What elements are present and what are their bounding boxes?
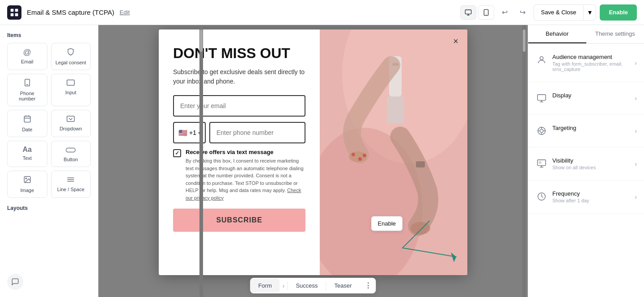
tab-teaser[interactable]: Teaser xyxy=(326,279,360,293)
consent-text-area: Receive offers via text message By check… xyxy=(186,149,305,201)
mobile-view-btn[interactable] xyxy=(478,5,494,20)
sidebar-item-button[interactable]: Button xyxy=(51,141,91,167)
sidebar-item-image[interactable]: Image xyxy=(7,171,47,198)
email-label: Email xyxy=(21,59,34,64)
sidebar-item-line-space[interactable]: Line / Space xyxy=(51,171,91,198)
text-icon: Aa xyxy=(23,146,32,154)
tab-success[interactable]: Success xyxy=(288,279,326,293)
save-close-button[interactable]: Save & Close xyxy=(534,4,584,21)
tab-more-btn[interactable]: ⋮ xyxy=(360,278,376,293)
main-layout: Items @ Email Legal consent Phone number xyxy=(0,25,644,297)
line-space-icon xyxy=(67,176,75,185)
frequency-section: Frequency Show after 1 day › xyxy=(528,180,644,213)
visibility-title: Visibility xyxy=(552,157,630,164)
save-close-dropdown[interactable]: ▾ xyxy=(584,4,596,21)
modal-headline: DON'T MISS OUT xyxy=(173,46,305,61)
svg-rect-4 xyxy=(465,10,471,14)
frequency-icon xyxy=(535,190,548,203)
layouts-section-title: Layouts xyxy=(7,205,91,211)
consent-row: ✓ Receive offers via text message By che… xyxy=(173,149,305,201)
input-label: Input xyxy=(65,90,76,95)
sidebar-item-dropdown[interactable]: Dropdown xyxy=(51,110,91,137)
svg-point-34 xyxy=(363,154,366,157)
sidebar-item-text[interactable]: Aa Text xyxy=(7,141,47,167)
undo-btn[interactable]: ↩ xyxy=(498,5,512,20)
targeting-content: Targeting xyxy=(552,125,630,131)
audience-content: Audience management Tag with form_subscr… xyxy=(552,54,630,72)
tab-form[interactable]: Form xyxy=(250,279,280,293)
frequency-row[interactable]: Frequency Show after 1 day › xyxy=(535,186,637,208)
targeting-icon xyxy=(535,125,548,137)
consent-checkbox[interactable]: ✓ xyxy=(173,149,181,157)
button-icon xyxy=(66,146,76,155)
svg-rect-0 xyxy=(11,8,14,12)
text-label: Text xyxy=(23,155,32,161)
sidebar-item-phone-number[interactable]: Phone number xyxy=(7,74,47,106)
flag-icon: 🇺🇸 xyxy=(178,129,187,137)
subscribe-button[interactable]: SUBSCRIBE xyxy=(173,209,305,232)
display-icon xyxy=(535,92,548,105)
button-label: Button xyxy=(64,157,78,162)
modal-form: × DON'T MISS OUT Subscribe to get exclus… xyxy=(159,29,320,275)
svg-rect-37 xyxy=(538,95,546,100)
right-sidebar: Behavior Theme settings Audience managem… xyxy=(528,25,644,297)
legal-label: Legal consent xyxy=(55,60,86,65)
canvas-area: × DON'T MISS OUT Subscribe to get exclus… xyxy=(98,25,528,297)
svg-rect-31 xyxy=(416,161,425,167)
phone-input[interactable] xyxy=(209,122,305,143)
topbar: Email & SMS capture (TCPA) Edit ↩ ↪ Save… xyxy=(0,0,644,25)
tab-theme-settings[interactable]: Theme settings xyxy=(586,25,644,43)
edit-link[interactable]: Edit xyxy=(120,9,130,16)
audience-management-section: Audience management Tag with form_subscr… xyxy=(528,44,644,82)
svg-rect-2 xyxy=(11,13,14,16)
svg-rect-3 xyxy=(15,13,18,16)
audience-chevron-icon: › xyxy=(635,59,637,67)
targeting-row[interactable]: Targeting › xyxy=(535,120,637,142)
display-content: Display xyxy=(552,92,630,99)
image-icon xyxy=(23,176,31,186)
svg-rect-17 xyxy=(66,148,76,152)
display-chevron-icon: › xyxy=(635,95,637,102)
svg-rect-1 xyxy=(15,8,18,12)
items-grid: @ Email Legal consent Phone number Inpu xyxy=(7,43,91,198)
sidebar-item-email[interactable]: @ Email xyxy=(7,43,47,70)
frequency-chevron-icon: › xyxy=(635,193,637,201)
enable-arrow xyxy=(385,217,474,270)
page-title: Email & SMS capture (TCPA) xyxy=(27,8,114,16)
visibility-section: Visibility Show on all devices › xyxy=(528,147,644,180)
svg-rect-11 xyxy=(67,80,75,85)
display-section: Display › xyxy=(528,82,644,115)
email-icon: @ xyxy=(23,48,31,57)
right-sidebar-tabs: Behavior Theme settings xyxy=(528,25,644,44)
enable-button[interactable]: Enable xyxy=(600,4,637,21)
redo-btn[interactable]: ↪ xyxy=(516,5,530,20)
visibility-row[interactable]: Visibility Show on all devices › xyxy=(535,153,637,175)
svg-point-41 xyxy=(540,129,543,132)
tab-behavior[interactable]: Behavior xyxy=(528,25,586,43)
checkmark-icon: ✓ xyxy=(175,150,179,156)
display-row[interactable]: Display › xyxy=(535,88,637,109)
visibility-icon xyxy=(535,157,548,170)
chat-support-btn[interactable] xyxy=(7,274,23,290)
sidebar-item-input[interactable]: Input xyxy=(51,74,91,106)
targeting-title: Targeting xyxy=(552,125,630,131)
svg-point-36 xyxy=(540,57,543,60)
consent-label: Receive offers via text message xyxy=(186,149,305,155)
phone-label: Phone number xyxy=(11,91,43,101)
desktop-view-btn[interactable] xyxy=(460,5,476,20)
date-label: Date xyxy=(22,127,32,132)
undo-redo-group xyxy=(460,5,494,20)
phone-row: 🇺🇸 +1 ▾ xyxy=(173,122,305,143)
svg-point-19 xyxy=(25,178,26,179)
modal-close-btn[interactable]: × xyxy=(449,35,462,47)
phone-code: +1 xyxy=(189,129,196,136)
visibility-subtitle: Show on all devices xyxy=(552,165,630,170)
left-scrollbar[interactable] xyxy=(199,25,203,297)
email-input[interactable] xyxy=(173,95,305,117)
frequency-title: Frequency xyxy=(552,190,630,197)
sidebar-item-legal-consent[interactable]: Legal consent xyxy=(51,43,91,70)
sidebar-item-date[interactable]: Date xyxy=(7,110,47,137)
image-label: Image xyxy=(20,188,34,193)
right-scrollbar[interactable] xyxy=(522,25,526,297)
audience-management-row[interactable]: Audience management Tag with form_subscr… xyxy=(535,49,637,76)
